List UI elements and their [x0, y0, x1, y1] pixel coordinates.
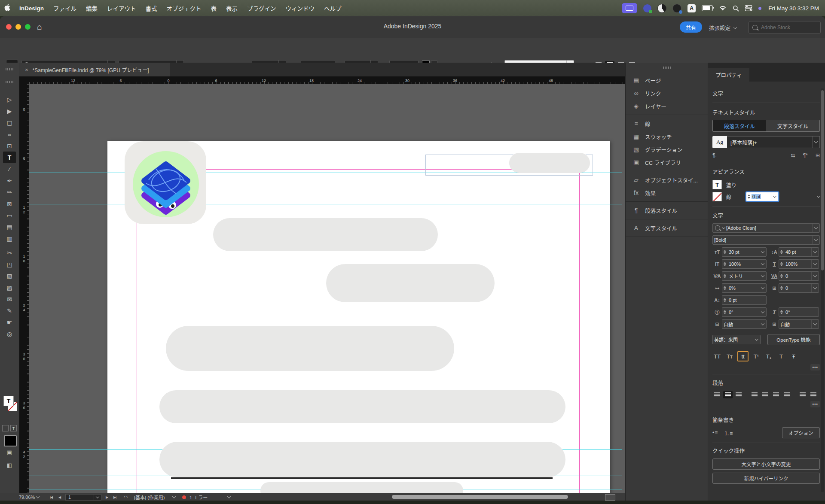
change-case-button[interactable]: 大文字と小文字の変更: [712, 458, 820, 470]
dock-item[interactable]: A文字スタイル: [626, 222, 708, 234]
tools-grip[interactable]: [6, 81, 13, 83]
toolbar-grip[interactable]: [6, 68, 13, 70]
preflight-profile-dropdown[interactable]: [173, 493, 175, 501]
placeholder-block[interactable]: [159, 390, 565, 423]
dropdown[interactable]: [753, 335, 760, 344]
dropdown[interactable]: [759, 272, 766, 280]
swirl-app-icon[interactable]: [657, 4, 666, 13]
menu-item[interactable]: プラグイン: [242, 4, 281, 12]
case-button[interactable]: T: [776, 352, 786, 361]
rotation-field[interactable]: 0°: [722, 307, 767, 317]
free-transform-tool[interactable]: ◳: [3, 258, 16, 270]
page-overview-icon[interactable]: [605, 494, 615, 501]
paragraph-style-field[interactable]: Ag [基本段落]+: [712, 136, 820, 148]
document-tab[interactable]: × *SampleGenFillFile.indd @ 79% [GPU プレビ…: [19, 63, 170, 76]
justify-all-button[interactable]: [782, 391, 791, 398]
dock-item[interactable]: ▦スウォッチ: [626, 130, 708, 143]
spotlight-search-icon[interactable]: [733, 5, 739, 12]
creative-cloud-icon[interactable]: [672, 4, 681, 13]
pen-tool[interactable]: ✒: [3, 175, 16, 186]
close-tab-icon[interactable]: ×: [25, 67, 28, 73]
input-source-icon[interactable]: A: [688, 4, 696, 12]
horizontal-scale-field[interactable]: 100%: [779, 259, 819, 269]
fill-stroke-proxy[interactable]: T: [3, 395, 17, 419]
baseline-shift-field[interactable]: 0 pt: [722, 295, 767, 305]
dropdown[interactable]: [759, 284, 766, 292]
leading-field[interactable]: 48 pt: [779, 247, 819, 257]
error-status[interactable]: 1 エラー: [182, 493, 208, 501]
zoom-tool[interactable]: ◎: [3, 328, 16, 340]
selection-tool[interactable]: ▶: [3, 105, 16, 117]
menu-item[interactable]: レイアウト: [102, 4, 141, 12]
stroke-type-dropdown[interactable]: [817, 194, 820, 197]
dropdown[interactable]: [759, 248, 766, 256]
gap-tool[interactable]: ⇔: [3, 128, 16, 140]
dock-item[interactable]: ◈レイヤー: [626, 100, 708, 112]
menu-item[interactable]: ファイル: [49, 4, 81, 12]
grid-align-field[interactable]: 自動: [779, 319, 819, 329]
properties-scrollbar[interactable]: [821, 88, 824, 492]
adobe-stock-search[interactable]: [749, 21, 821, 34]
numbered-list-icon[interactable]: ⒈≡: [724, 429, 733, 437]
justify-center-button[interactable]: [761, 391, 770, 398]
formatting-affects-text-button[interactable]: T: [10, 425, 17, 431]
eyedropper-tool[interactable]: ✎: [3, 305, 16, 316]
dropdown[interactable]: [759, 308, 766, 316]
workspace-switcher[interactable]: 拡張設定: [709, 24, 736, 32]
wifi-icon[interactable]: [719, 5, 727, 11]
fill-proxy-swatch[interactable]: T: [3, 396, 14, 406]
menu-item[interactable]: オブジェクト: [162, 4, 206, 12]
gradient-feather-tool[interactable]: ▨: [3, 282, 16, 293]
screen-mode-button[interactable]: ◧: [0, 462, 19, 468]
dock-item[interactable]: ▧グラデーション: [626, 143, 708, 156]
ruler-corner[interactable]: [19, 76, 30, 84]
stroke-swatch[interactable]: [712, 192, 722, 201]
vertical-grid-tool[interactable]: ▥: [3, 233, 16, 244]
font-style-dropdown[interactable]: [812, 236, 819, 244]
dropdown[interactable]: [759, 320, 766, 328]
dock-item[interactable]: ¶段落スタイル: [626, 204, 708, 217]
bullet-list-icon[interactable]: •≡: [712, 430, 718, 436]
battery-icon[interactable]: [702, 5, 713, 11]
font-family-dropdown[interactable]: [812, 224, 819, 232]
align-left-button[interactable]: [712, 391, 722, 398]
dropdown[interactable]: [811, 248, 819, 256]
font-style-field[interactable]: [Bold]: [712, 235, 820, 245]
screen-mirroring-icon[interactable]: [622, 3, 637, 13]
menu-item[interactable]: InDesign: [15, 5, 49, 12]
tab-properties[interactable]: プロパティ: [708, 68, 749, 82]
font-family-field[interactable]: [Adobe Clean]: [712, 223, 820, 233]
align-right-button[interactable]: [734, 391, 743, 398]
teams-status-icon[interactable]: [643, 4, 651, 12]
horizontal-grid-tool[interactable]: ▤: [3, 221, 16, 233]
next-page-button[interactable]: ▶: [106, 493, 108, 501]
dock-item[interactable]: ≡線: [626, 117, 708, 130]
apply-color-button[interactable]: [4, 435, 17, 446]
more-options-button[interactable]: •••: [810, 364, 820, 370]
placeholder-block[interactable]: [166, 326, 454, 371]
case-button[interactable]: TT: [712, 352, 722, 361]
dropdown[interactable]: [811, 272, 819, 280]
clear-overrides-icon[interactable]: ¶*: [803, 152, 808, 158]
error-dropdown[interactable]: [228, 493, 230, 501]
dropdown[interactable]: [759, 260, 766, 268]
case-button[interactable]: T¹: [752, 352, 761, 361]
dock-grip[interactable]: [663, 67, 671, 69]
layered-app-icon-artwork[interactable]: [124, 140, 207, 225]
menu-item[interactable]: 表示: [221, 4, 242, 12]
dock-item[interactable]: fx効果: [626, 186, 708, 199]
menu-item[interactable]: 書式: [141, 4, 162, 12]
note-tool[interactable]: ✉: [3, 293, 16, 305]
aki-right-field[interactable]: 0: [779, 283, 819, 293]
gradient-swatch-tool[interactable]: ▧: [3, 270, 16, 282]
style-dropdown[interactable]: [812, 137, 819, 148]
dropdown[interactable]: [811, 320, 819, 328]
dock-item[interactable]: ∞リンク: [626, 87, 708, 100]
vertical-ruler[interactable]: 06121824303642: [19, 84, 29, 493]
vertical-scale-field[interactable]: 100%: [722, 259, 767, 269]
line-count-field[interactable]: 自動: [722, 319, 767, 329]
control-center-icon[interactable]: [745, 5, 752, 11]
content-collector-tool[interactable]: ⊡: [3, 140, 16, 152]
dropdown[interactable]: [811, 260, 819, 268]
page-number-field[interactable]: 1: [65, 493, 101, 501]
